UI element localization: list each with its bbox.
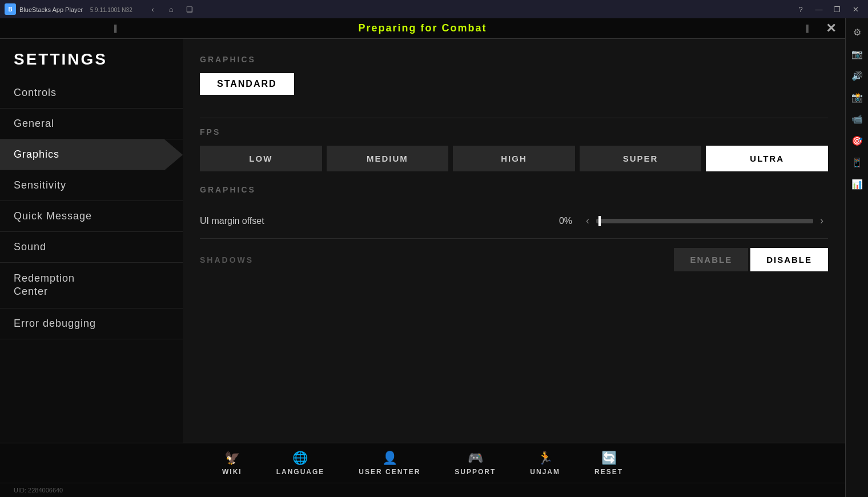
app-version: 5.9.11.1001 N32 [90,7,132,13]
slider-track[interactable] [596,219,813,223]
sidebar-icon-5[interactable]: 📹 [848,110,866,128]
title-bar: B BlueStacks App Player 5.9.11.1001 N32 … [0,0,868,18]
bottom-item-language[interactable]: 🌐 LANGUAGE [259,446,342,480]
sidebar-icon-4[interactable]: 📸 [848,88,866,106]
quality-button[interactable]: STANDARD [200,73,294,95]
settings-nav: SETTINGS Controls General Graphics Sensi… [0,39,183,443]
nav-item-quickmessage[interactable]: Quick Message [0,201,183,232]
unjam-icon: 🏃 [537,451,553,466]
game-area: ▌ Preparing for Combat ▌ ✕ SETTINGS Cont… [0,18,845,497]
bottom-bar: 🦅 WIKI 🌐 LANGUAGE 👤 USER CENTER 🎮 SUPPOR… [0,443,845,483]
bottom-item-reset[interactable]: 🔄 RESET [577,446,640,480]
uid-text: UID: 2284006640 [14,487,63,494]
fps-btn-high[interactable]: HIGH [453,146,575,171]
sidebar-icon-1[interactable]: ⚙ [848,23,866,41]
sidebar-icon-8[interactable]: 📊 [848,175,866,193]
support-icon: 🎮 [468,451,483,466]
disable-button[interactable]: DISABLE [750,248,828,271]
nav-item-controls[interactable]: Controls [0,78,183,109]
ui-margin-label: UI margin offset [200,216,544,226]
slider-left-arrow[interactable]: ‹ [581,213,594,229]
wiki-icon: 🦅 [224,451,240,466]
nav-buttons: ‹ ⌂ ❑ [145,3,198,15]
fps-buttons-group: LOW MEDIUM HIGH SUPER ULTRA [200,146,828,171]
slider-container: ‹ › [581,213,828,229]
bottom-item-support[interactable]: 🎮 SUPPORT [437,446,513,480]
shadows-row: SHADOWS ENABLE DISABLE [200,239,828,280]
dots-left: ▌ [114,25,119,33]
close-button[interactable]: ✕ [847,3,863,15]
dots-right: ▌ [806,25,811,33]
maximize-button[interactable]: ❐ [829,3,845,15]
fps-btn-ultra[interactable]: ULTRA [706,146,828,171]
graphics-section2-label: GRAPHICS [200,185,828,194]
support-label: SUPPORT [455,468,496,476]
sidebar-icon-2[interactable]: 📷 [848,45,866,63]
bottom-item-unjam[interactable]: 🏃 UNJAM [513,446,577,480]
wiki-label: WIKI [222,468,242,476]
fps-btn-medium[interactable]: MEDIUM [327,146,449,171]
fps-label: FPS [200,127,828,137]
fps-btn-low[interactable]: LOW [200,146,322,171]
main-content: ▌ Preparing for Combat ▌ ✕ SETTINGS Cont… [0,18,868,497]
graphics-section1-label: GRAPHICS [200,55,828,64]
minimize-button[interactable]: — [811,3,827,15]
nav-items-list: Controls General Graphics Sensitivity Qu… [0,78,183,443]
reset-icon: 🔄 [601,451,617,466]
nav-item-redemptioncenter[interactable]: RedemptionCenter [0,263,183,308]
settings-panel: SETTINGS Controls General Graphics Sensi… [0,39,845,443]
usercenter-icon: 👤 [382,451,397,466]
nav-item-sound[interactable]: Sound [0,232,183,263]
title-bar-text-group: BlueStacks App Player 5.9.11.1001 N32 [19,4,132,14]
game-close-btn[interactable]: ✕ [826,21,836,36]
back-button[interactable]: ‹ [145,3,161,15]
fps-btn-super[interactable]: SUPER [580,146,702,171]
usercenter-label: USER CENTER [359,468,420,476]
language-label: LANGUAGE [276,468,325,476]
unjam-label: UNJAM [530,468,560,476]
divider-1 [200,118,828,118]
graphics-section2: GRAPHICS UI margin offset 0% ‹ › [200,185,828,280]
uid-bar: UID: 2284006640 [0,483,845,497]
sidebar-icon-6[interactable]: 🎯 [848,131,866,150]
app-logo: B [5,3,16,15]
right-sidebar: ⚙ 📷 🔊 📸 📹 🎯 📱 📊 [845,18,868,497]
ui-margin-row: UI margin offset 0% ‹ › [200,203,828,239]
nav-item-sensitivity[interactable]: Sensitivity [0,170,183,201]
title-bar-left: B BlueStacks App Player 5.9.11.1001 N32 … [5,3,204,15]
game-top-bar: ▌ Preparing for Combat ▌ ✕ [0,18,845,39]
sidebar-icon-3[interactable]: 🔊 [848,66,866,85]
ui-margin-value: 0% [544,216,572,226]
home-button[interactable]: ⌂ [163,3,179,15]
bottom-item-wiki[interactable]: 🦅 WIKI [205,446,259,480]
shadows-label: SHADOWS [200,255,674,264]
window-controls: ? — ❐ ✕ [793,3,863,15]
nav-item-general[interactable]: General [0,109,183,139]
sidebar-icon-7[interactable]: 📱 [848,153,866,171]
slider-thumb [598,216,601,226]
settings-title: SETTINGS [0,39,183,78]
game-title: Preparing for Combat [358,22,487,34]
slider-right-arrow[interactable]: › [815,213,828,229]
reset-label: RESET [594,468,623,476]
nav-item-graphics[interactable]: Graphics [0,139,183,170]
app-name: BlueStacks App Player [19,6,83,13]
clone-button[interactable]: ❑ [182,3,198,15]
bottom-item-usercenter[interactable]: 👤 USER CENTER [341,446,437,480]
settings-content: GRAPHICS STANDARD FPS LOW MEDIUM HIGH SU… [183,39,845,443]
enable-button[interactable]: ENABLE [674,248,748,271]
nav-item-errordebugging[interactable]: Error debugging [0,308,183,339]
language-icon: 🌐 [292,451,308,466]
help-button[interactable]: ? [793,3,809,15]
